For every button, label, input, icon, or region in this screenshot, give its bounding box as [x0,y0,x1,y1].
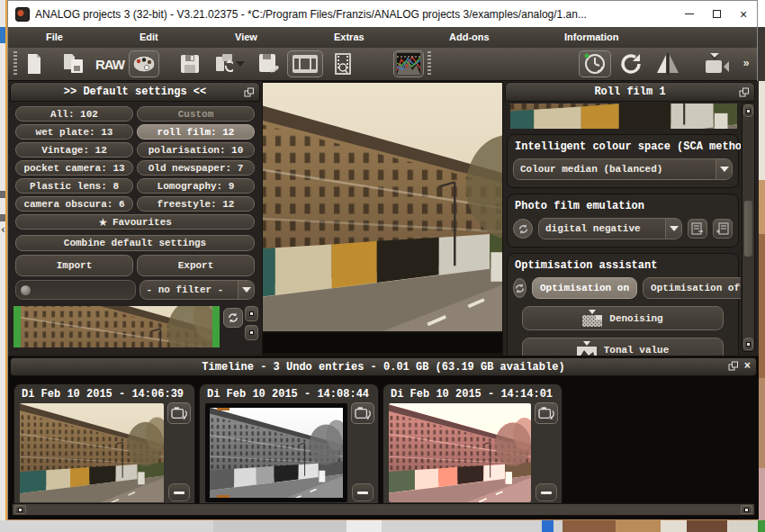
menu-view[interactable]: View [235,32,257,42]
maximize-button[interactable] [703,1,730,27]
delete-entry-button[interactable] [168,483,190,501]
preset-item-roll-film[interactable] [14,306,220,347]
optimisation-off-button[interactable]: Optimisation off [643,277,741,299]
menu-information[interactable]: Information [564,32,619,42]
new-file-button[interactable] [22,50,46,77]
preset-refresh-button[interactable] [223,308,243,328]
combine-default-settings-button[interactable]: Combine default settings [15,235,255,251]
close-button[interactable]: × [730,1,757,27]
preset-thumbnail [21,306,212,347]
category-old-newspaper[interactable]: Old newspaper: 7 [137,160,255,176]
timeline-header[interactable]: Timeline - 3 Undo entries - 0.01 GB (63.… [10,357,757,376]
crop-button[interactable] [699,50,735,77]
restore-state-button[interactable] [535,402,558,424]
default-settings-header[interactable]: >> Default settings << [10,82,260,102]
restore-state-button[interactable] [351,402,374,424]
float-panel-icon[interactable] [728,361,739,372]
minimize-button[interactable] [676,1,703,27]
colour-space-dropdown[interactable]: Colour median (balanced) [513,158,733,180]
redo-button[interactable] [618,50,645,77]
optimisation-reset-button[interactable] [513,278,526,298]
panel-scroll-down[interactable] [743,338,753,350]
image-browser-button[interactable] [328,50,357,77]
image-preview-area [262,81,503,356]
category-all[interactable]: All: 102 [15,106,133,122]
histogram-button[interactable] [393,50,424,77]
flip-button[interactable] [651,50,685,77]
export-menu-button[interactable] [212,50,248,77]
filter-dropdown-arrow[interactable] [238,281,254,299]
save-button[interactable] [177,50,202,77]
category-lomography[interactable]: Lomography: 9 [137,178,255,194]
category-pocket-camera[interactable]: pocket camera: 13 [15,160,133,176]
timeline-scrollbar[interactable] [12,503,755,516]
menu-file[interactable]: File [46,32,63,42]
panel-scroll-thumb[interactable] [744,201,752,257]
film-frame-mark [217,495,230,498]
category-roll-film[interactable]: roll film: 12 [137,124,255,140]
expert-mode-button[interactable] [129,50,159,77]
tonal-value-button[interactable]: Tonal value [522,338,724,356]
timeline-title: Timeline - 3 Undo entries - 0.01 GB (63.… [202,361,564,374]
preset-scroll-down[interactable] [245,325,258,340]
panel-scrollbar[interactable] [742,103,755,352]
tonal-options-arrow[interactable] [577,341,597,356]
import-button[interactable]: Import [15,255,133,276]
menu-edit[interactable]: Edit [140,32,158,42]
category-wet-plate[interactable]: wet plate: 13 [15,124,133,140]
filter-dropdown[interactable]: - no filter - [140,280,256,300]
title-bar[interactable]: ANALOG projects 3 (32-bit) - V3.21.02375… [8,1,757,27]
roll-film-panel: Roll film 1 Intelligent colour space (SC… [503,81,759,356]
optimisation-on-button[interactable]: Optimisation on [532,277,637,299]
film-add-button[interactable] [713,219,733,239]
timeline-thumbnail[interactable] [389,403,531,502]
film-emulation-dropdown[interactable]: digital negative [538,218,682,239]
timeline-scroll-left[interactable] [14,505,26,514]
main-image[interactable] [263,83,502,331]
float-panel-icon[interactable] [739,87,750,98]
delete-entry-button[interactable] [352,483,374,501]
float-panel-icon[interactable] [244,87,255,98]
menu-addons[interactable]: Add-ons [449,32,490,42]
toolbar-handle[interactable] [14,51,17,77]
film-emulation-reset-button[interactable] [513,219,533,239]
toolbar-overflow-button[interactable]: » [739,50,753,77]
background-desktop-strip [0,520,765,532]
search-input[interactable] [15,280,136,300]
export-button[interactable]: Export [137,255,255,276]
panel-collapse-arrow[interactable]: ‹ [1,223,5,236]
category-vintage[interactable]: Vintage: 12 [15,142,133,158]
category-polarisation[interactable]: polarisation: 10 [137,142,255,158]
background-selection [0,27,5,43]
delete-entry-button[interactable] [536,483,557,501]
category-camera-obscura[interactable]: camera obscura: 6 [15,196,133,212]
menu-extras[interactable]: Extras [334,32,364,42]
toolbar-handle[interactable] [428,51,431,77]
timeline-entry[interactable]: Di Feb 10 2015 - 14:06:39 [14,383,195,509]
favourites-button[interactable]: ★ Favourites [15,214,255,230]
denoising-options-arrow[interactable] [582,310,602,327]
colour-space-dropdown-arrow[interactable] [716,159,732,179]
preset-scroll-up[interactable] [245,306,258,321]
category-custom[interactable]: Custom [137,106,255,122]
timeline-entry[interactable]: Di Feb 10 2015 - 14:14:01 [382,383,562,509]
timeline-entry[interactable]: Di Feb 10 2015 - 14:08:44 [199,383,379,509]
camera-back-icon [538,406,554,420]
copy-button[interactable] [60,50,87,77]
panel-scroll-up[interactable] [743,104,753,117]
category-freestyle[interactable]: freestyle: 12 [137,196,255,212]
timeline-thumbnail[interactable] [20,403,164,502]
roll-film-header[interactable]: Roll film 1 [505,82,755,102]
save-as-button[interactable] [255,50,284,77]
timeline-thumbnail[interactable] [205,403,347,502]
timeline-close-icon[interactable]: × [744,361,751,372]
category-plastic-lens[interactable]: Plastic lens: 8 [15,178,133,194]
film-emulation-dropdown-arrow[interactable] [665,219,681,239]
film-list-button[interactable] [688,219,707,239]
denoising-button[interactable]: Denoising [522,306,724,330]
restore-state-button[interactable] [167,402,191,424]
timeline-toggle-button[interactable] [579,50,611,77]
raw-button[interactable]: RAW [94,50,126,77]
timeline-scroll-right[interactable] [741,505,752,514]
layout-button[interactable] [287,50,323,77]
